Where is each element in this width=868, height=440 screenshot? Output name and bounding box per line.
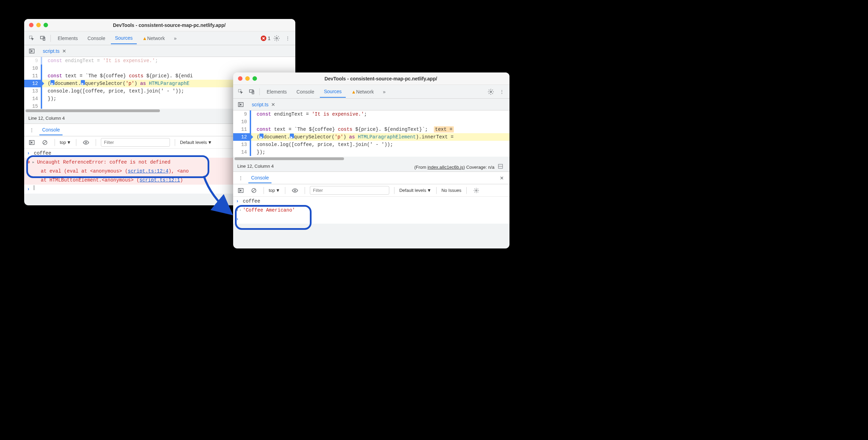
close-window-icon[interactable] [29,23,34,27]
window-title: DevTools - consistent-source-map-pc.netl… [48,22,290,28]
kebab-menu-icon[interactable]: ⋮ [236,173,246,183]
drawer-tab-console[interactable]: Console [39,125,63,135]
svg-line-22 [252,189,255,192]
live-expression-icon[interactable] [290,186,300,195]
navigator-toggle-icon[interactable] [27,46,37,56]
close-icon[interactable]: ✕ [62,48,66,54]
coverage-icon[interactable] [496,162,505,171]
svg-point-23 [294,190,296,191]
tab-console[interactable]: Console [292,86,318,97]
inline-value-badge: text = [434,126,454,133]
output-icon: ‹· [236,206,241,214]
tab-network[interactable]: ▲ Network [347,86,378,97]
context-selector[interactable]: top ▼ [269,188,280,193]
issues-label[interactable]: No Issues [441,188,461,193]
code-line: const endingText = 'It is expensive.'; [251,110,509,118]
context-selector[interactable]: top ▼ [60,140,71,145]
titlebar[interactable]: DevTools - consistent-source-map-pc.netl… [233,72,509,85]
tab-elements[interactable]: Elements [263,86,291,97]
gear-icon[interactable] [471,186,481,195]
sidebar-toggle-icon[interactable] [27,138,37,147]
inspect-icon[interactable] [236,87,246,97]
main-toolbar: Elements Console Sources ▲ Network » ⋮ [233,85,509,99]
window-title: DevTools - consistent-source-map-pc.netl… [257,76,505,81]
levels-selector[interactable]: Default levels ▼ [399,188,431,193]
clear-console-icon[interactable] [40,138,50,147]
kebab-menu-icon[interactable]: ⋮ [497,87,507,97]
tab-elements[interactable]: Elements [54,33,82,44]
stack-link[interactable]: script.ts:12:4 [128,168,169,174]
stack-link[interactable]: script.ts:12:1 [140,177,180,183]
filter-input[interactable] [101,138,170,147]
line-number: 13 [24,87,41,95]
tab-sources[interactable]: Sources [320,86,346,98]
error-message: Uncaught ReferenceError: coffee is not d… [37,158,170,166]
gear-icon[interactable] [272,33,282,43]
device-toggle-icon[interactable] [38,33,48,43]
traffic-lights [29,23,48,27]
tab-console[interactable]: Console [83,33,109,44]
console-input-echo: coffee [34,149,51,157]
drawer-tab-console[interactable]: Console [248,173,271,183]
line-number: 14 [233,148,250,156]
gear-icon[interactable] [486,87,496,97]
svg-point-10 [85,142,87,143]
minimize-window-icon[interactable] [36,23,41,27]
live-expression-icon[interactable] [81,138,91,147]
device-toggle-icon[interactable] [247,87,257,97]
code-line: const text = `The ${coffee} costs ${pric… [251,126,509,133]
prompt-icon: › [236,215,241,223]
editor-statusbar: Line 12, Column 4 (From index.a8c1ec6b.j… [233,161,509,172]
file-name: script.ts [43,48,59,54]
more-tabs-icon[interactable]: » [379,87,389,97]
coverage-label: Coverage: n/a [466,165,495,170]
filter-input[interactable] [310,186,389,195]
code-line [42,65,295,72]
close-drawer-icon[interactable]: ✕ [497,173,507,183]
more-tabs-icon[interactable]: » [170,33,180,43]
stack-trace: at HTMLButtonElement.<anonymous> (script… [41,176,183,184]
kebab-menu-icon[interactable]: ⋮ [283,33,293,43]
console-drawer: ⋮ Console ✕ top ▼ Default levels ▼ No Is… [233,172,509,224]
code-line [251,118,509,126]
cursor-position: Line 12, Column 4 [28,116,65,121]
console-input-echo: coffee [243,197,260,205]
kebab-menu-icon[interactable]: ⋮ [27,125,37,135]
svg-point-24 [476,190,477,191]
traffic-lights [238,76,257,81]
file-tab-script[interactable]: script.ts ✕ [248,100,279,109]
line-number: 10 [233,118,250,126]
code-line: }); [251,148,509,156]
file-name: script.ts [252,102,268,107]
expand-icon[interactable]: ▸ [32,158,35,166]
tab-network[interactable]: ▲ Network [138,33,169,44]
sourcemap-link[interactable]: index.a8c1ec6b.js [428,165,464,170]
horizontal-scrollbar[interactable] [233,157,509,161]
inspect-icon[interactable] [27,33,37,43]
error-count[interactable]: 1 [261,36,270,41]
main-toolbar: Elements Console Sources ▲ Network » 1 ⋮ [24,31,295,45]
code-editor[interactable]: 9const endingText = 'It is expensive.'; … [233,110,509,157]
close-window-icon[interactable] [238,76,242,81]
console-filterbar: top ▼ Default levels ▼ No Issues [233,184,509,197]
warning-icon: ▲ [351,89,356,95]
breakpoint-line-number[interactable]: 12 [24,80,41,87]
levels-selector[interactable]: Default levels ▼ [180,140,212,145]
tab-sources[interactable]: Sources [111,32,137,44]
breakpoint-line-number[interactable]: 12 [233,133,250,141]
object-marker-icon: ▶ [50,80,55,85]
maximize-window-icon[interactable] [252,76,257,81]
warning-icon: ▲ [142,36,147,41]
sidebar-toggle-icon[interactable] [236,186,246,195]
file-tab-script[interactable]: script.ts ✕ [39,46,70,56]
minimize-window-icon[interactable] [245,76,250,81]
titlebar[interactable]: DevTools - consistent-source-map-pc.netl… [24,19,295,31]
devtools-window-2: DevTools - consistent-source-map-pc.netl… [233,72,509,248]
line-number: 14 [24,95,41,102]
close-icon[interactable]: ✕ [271,102,275,107]
clear-console-icon[interactable] [249,186,259,195]
console-output[interactable]: ›coffee ‹·'Coffee Americano' › [233,197,509,224]
maximize-window-icon[interactable] [44,23,48,27]
error-icon: ⊗ [27,158,30,166]
navigator-toggle-icon[interactable] [236,100,246,109]
